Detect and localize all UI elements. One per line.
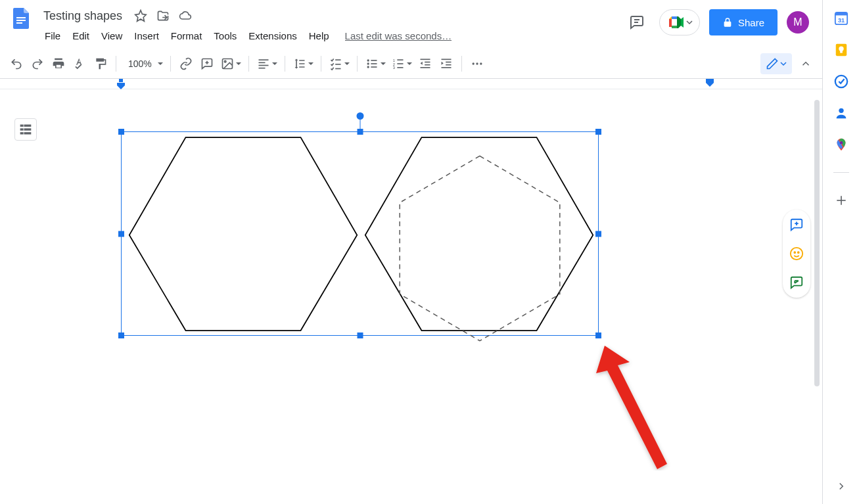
- suggest-edits-floating[interactable]: [787, 273, 806, 292]
- redo-button[interactable]: [28, 54, 47, 74]
- more-button[interactable]: [467, 54, 487, 74]
- contacts-app-icon[interactable]: [833, 105, 849, 121]
- svg-rect-28: [397, 59, 403, 60]
- scrollbar-thumb[interactable]: [814, 100, 820, 386]
- right-indent-marker[interactable]: [706, 79, 714, 87]
- svg-rect-12: [258, 59, 268, 60]
- print-button[interactable]: [49, 54, 68, 74]
- last-edit-link[interactable]: Last edit was seconds…: [345, 30, 452, 41]
- left-indent-marker[interactable]: [117, 79, 125, 89]
- show-outline-button[interactable]: [14, 118, 37, 141]
- menu-insert[interactable]: Insert: [129, 28, 164, 44]
- menu-edit[interactable]: Edit: [67, 28, 95, 44]
- svg-rect-0: [16, 17, 26, 18]
- svg-point-11: [224, 60, 226, 62]
- share-button[interactable]: Share: [709, 9, 778, 35]
- checklist-button[interactable]: [327, 54, 352, 74]
- document-page[interactable]: [0, 89, 822, 504]
- meet-button[interactable]: [659, 9, 700, 35]
- vertical-scrollbar[interactable]: [813, 100, 821, 497]
- add-comment-floating[interactable]: [787, 215, 806, 235]
- hexagon-shape-dashed: [384, 153, 575, 344]
- keep-app-icon[interactable]: [833, 42, 849, 58]
- separator: [116, 56, 116, 72]
- menu-file[interactable]: File: [39, 28, 66, 44]
- calendar-app-icon[interactable]: 31: [833, 11, 849, 26]
- menu-extensions[interactable]: Extensions: [243, 28, 302, 44]
- drawing-selection[interactable]: [121, 131, 599, 336]
- document-title[interactable]: Testing shapes: [39, 8, 126, 24]
- svg-rect-33: [425, 64, 430, 65]
- hide-side-panel-button[interactable]: [835, 480, 847, 495]
- maps-app-icon[interactable]: [833, 137, 849, 152]
- insert-link-button[interactable]: [176, 54, 196, 74]
- svg-rect-23: [371, 63, 377, 64]
- pencil-icon: [766, 57, 779, 70]
- tasks-app-icon[interactable]: [833, 74, 849, 89]
- google-docs-app: Testing shapes File Edit View Insert For…: [0, 0, 822, 504]
- svg-rect-29: [397, 63, 403, 64]
- svg-rect-47: [24, 129, 30, 130]
- svg-point-65: [839, 108, 843, 113]
- resize-handle-s[interactable]: [357, 332, 363, 338]
- resize-handle-se[interactable]: [595, 332, 601, 338]
- svg-rect-17: [335, 64, 340, 65]
- cloud-status-icon[interactable]: [177, 8, 193, 24]
- svg-point-19: [367, 59, 369, 61]
- svg-rect-24: [371, 66, 377, 68]
- docs-logo[interactable]: [8, 5, 34, 32]
- svg-rect-42: [119, 79, 123, 82]
- editor-area: [0, 79, 822, 504]
- editing-mode-button[interactable]: [760, 53, 792, 74]
- toolbar: 100% 123: [0, 49, 822, 79]
- svg-point-56: [794, 252, 795, 253]
- svg-rect-48: [24, 133, 30, 134]
- rotation-handle[interactable]: [356, 112, 363, 120]
- side-separator: [833, 172, 849, 173]
- add-comment-button[interactable]: [197, 54, 217, 74]
- collapse-toolbar-button[interactable]: [796, 54, 816, 74]
- svg-point-40: [476, 62, 478, 64]
- spellcheck-button[interactable]: [70, 54, 89, 74]
- ruler[interactable]: [0, 79, 822, 89]
- share-label: Share: [738, 17, 764, 28]
- increase-indent-button[interactable]: [436, 54, 456, 74]
- editor-surface[interactable]: [0, 79, 822, 504]
- resize-handle-n[interactable]: [357, 129, 363, 135]
- add-emoji-floating[interactable]: [787, 244, 806, 263]
- move-icon[interactable]: [155, 8, 171, 24]
- resize-handle-e[interactable]: [595, 231, 601, 237]
- header: Testing shapes File Edit View Insert For…: [0, 0, 822, 45]
- side-panel: 31: [822, 0, 859, 504]
- menu-help[interactable]: Help: [304, 28, 335, 44]
- separator: [357, 56, 358, 72]
- menu-format[interactable]: Format: [166, 28, 208, 44]
- zoom-select[interactable]: 100%: [122, 54, 165, 74]
- numbered-list-button[interactable]: 123: [389, 54, 414, 74]
- bulleted-list-button[interactable]: [363, 54, 388, 74]
- svg-marker-49: [129, 137, 358, 331]
- avatar[interactable]: M: [787, 11, 809, 34]
- comment-history-button[interactable]: [624, 9, 650, 35]
- resize-handle-sw[interactable]: [118, 332, 124, 338]
- resize-handle-ne[interactable]: [595, 129, 601, 135]
- resize-handle-nw[interactable]: [118, 129, 124, 135]
- svg-point-39: [472, 62, 474, 64]
- toolbar-right: [760, 53, 816, 74]
- svg-rect-43: [21, 125, 23, 126]
- align-button[interactable]: [254, 54, 279, 74]
- insert-image-button[interactable]: [218, 54, 243, 74]
- line-spacing-button[interactable]: [290, 54, 315, 74]
- decrease-indent-button[interactable]: [415, 54, 435, 74]
- menu-bar: File Edit View Insert Format Tools Exten…: [39, 26, 618, 45]
- svg-point-57: [798, 252, 799, 253]
- resize-handle-w[interactable]: [118, 231, 124, 237]
- paint-format-button[interactable]: [91, 54, 110, 74]
- menu-tools[interactable]: Tools: [208, 28, 242, 44]
- get-addons-button[interactable]: [833, 193, 849, 208]
- menu-view[interactable]: View: [96, 28, 128, 44]
- svg-point-62: [839, 47, 843, 51]
- svg-point-55: [791, 248, 802, 260]
- star-icon[interactable]: [133, 8, 149, 24]
- undo-button[interactable]: [7, 54, 26, 74]
